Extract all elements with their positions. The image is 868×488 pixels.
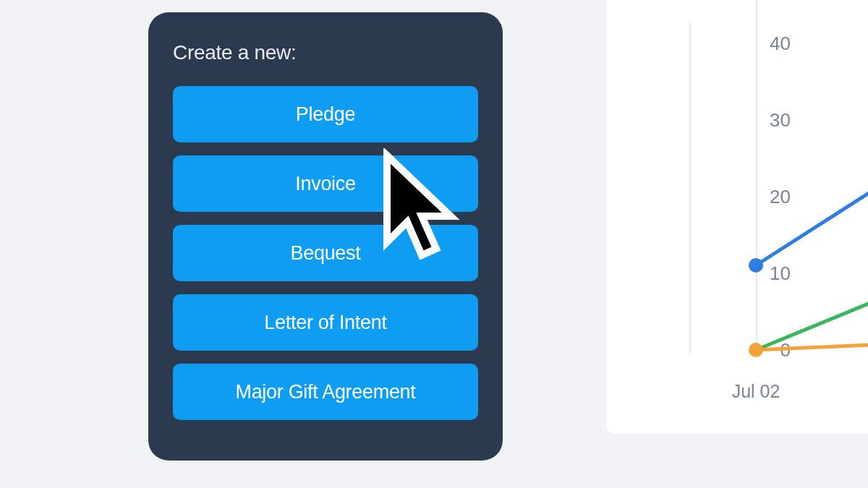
create-new-panel: Create a new: Pledge Invoice Bequest Let… bbox=[148, 12, 503, 461]
button-stack: Pledge Invoice Bequest Letter of Intent … bbox=[173, 86, 478, 420]
chart-area: 40 30 20 10 0 Jul 02 bbox=[606, 0, 868, 434]
chart-card: 40 30 20 10 0 Jul 02 bbox=[606, 0, 868, 434]
invoice-button[interactable]: Invoice bbox=[173, 155, 478, 212]
letter-of-intent-button[interactable]: Letter of Intent bbox=[173, 294, 478, 351]
bequest-button[interactable]: Bequest bbox=[173, 225, 478, 281]
line-green bbox=[756, 275, 868, 350]
chart-svg bbox=[606, 0, 868, 434]
point-orange-0 bbox=[749, 343, 763, 357]
major-gift-agreement-button[interactable]: Major Gift Agreement bbox=[173, 364, 478, 420]
panel-title: Create a new: bbox=[173, 41, 478, 64]
point-blue-0 bbox=[749, 258, 763, 273]
pledge-button[interactable]: Pledge bbox=[173, 86, 478, 142]
line-blue bbox=[756, 148, 868, 265]
